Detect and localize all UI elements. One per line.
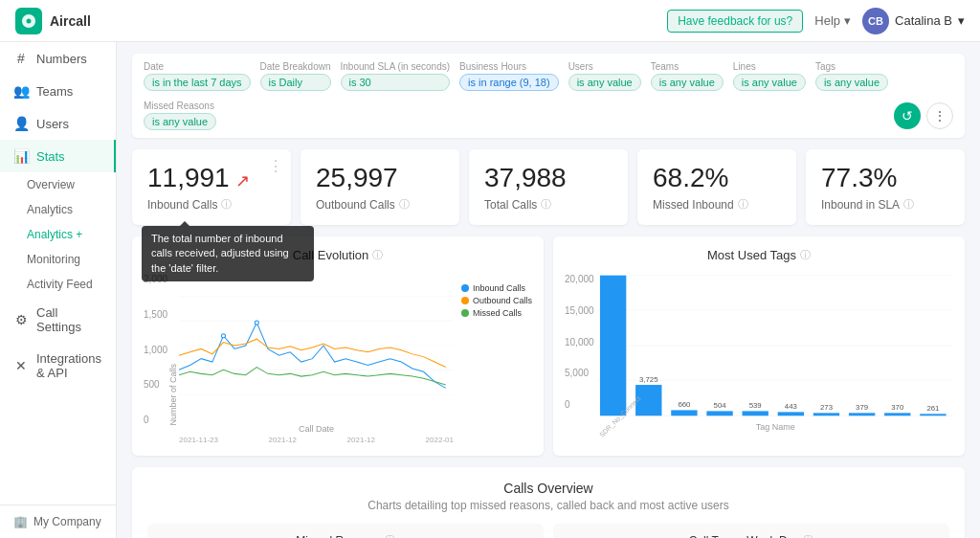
sidebar-sub-overview[interactable]: Overview [0, 172, 116, 197]
info-icon[interactable]: ⓘ [385, 533, 395, 538]
filter-lines-value[interactable]: is any value [733, 74, 806, 91]
sidebar-item-users[interactable]: 👤 Users [0, 107, 116, 140]
svg-point-0 [27, 18, 32, 23]
sidebar-sub-analytics-plus[interactable]: Analytics + [0, 222, 116, 247]
main-content: Date is in the last 7 days Date Breakdow… [117, 42, 980, 538]
filter-date-label: Date [144, 61, 251, 72]
sidebar-item-integrations[interactable]: ✕ Integrations & API [0, 343, 116, 389]
sidebar-item-teams[interactable]: 👥 Teams [0, 75, 116, 107]
sidebar-label-company: My Company [33, 515, 101, 528]
filter-missed: Missed Reasons is any value [144, 101, 216, 130]
stat-value-total: 37,988 [484, 163, 612, 193]
call-evolution-svg [179, 274, 454, 417]
tags-chart-area: 20,000 15,000 10,000 5,000 0 [553, 266, 965, 452]
stat-value-inbound: 11,991 [147, 163, 230, 193]
call-type-title: Call Type - Week Day ⓘ [563, 533, 940, 538]
svg-rect-21 [742, 411, 768, 415]
tags-plot-area: 17,049 3,725 660 504 539 [598, 274, 953, 440]
svg-text:443: 443 [784, 402, 796, 411]
calls-overview-title: Calls Overview [147, 481, 949, 496]
filter-hours-value[interactable]: is in range (9, 18) [459, 74, 559, 91]
filter-tags-value[interactable]: is any value [815, 74, 888, 91]
filter-missed-label: Missed Reasons [144, 101, 216, 111]
filter-breakdown-value[interactable]: is Daily [260, 74, 331, 91]
y-axis-title: Number of Calls [168, 364, 178, 426]
filter-teams: Teams is any value [651, 61, 724, 91]
feedback-button[interactable]: Have feedback for us? [667, 10, 803, 33]
svg-rect-29 [884, 413, 910, 415]
filter-hours-label: Business Hours [459, 61, 559, 72]
users-icon: 👤 [13, 116, 29, 131]
info-icon[interactable]: ⓘ [399, 197, 410, 212]
missed-reasons-title: Missed Reasons ⓘ [157, 533, 534, 538]
filter-missed-value[interactable]: is any value [144, 113, 216, 130]
legend-dot-outbound [461, 297, 469, 304]
stat-label-missed: Missed Inbound ⓘ [653, 197, 781, 212]
bottom-charts: Missed Reasons ⓘ 3,000 1,500 0 2,762 [147, 524, 949, 538]
refresh-button[interactable]: ↺ [894, 102, 921, 129]
filter-bar: Date is in the last 7 days Date Breakdow… [132, 54, 965, 138]
info-icon[interactable]: ⓘ [372, 248, 383, 262]
filter-teams-value[interactable]: is any value [651, 74, 724, 91]
svg-rect-31 [920, 414, 946, 415]
sidebar-sub-label-analytics-plus: Analytics + [27, 228, 82, 241]
inbound-tooltip: The total number of inbound calls receiv… [142, 226, 314, 281]
filter-lines: Lines is any value [733, 61, 806, 91]
topbar: Aircall Have feedback for us? Help ▾ CB … [0, 0, 980, 42]
sidebar-footer-company[interactable]: 🏢 My Company [0, 504, 116, 538]
sidebar-sub-analytics[interactable]: Analytics [0, 197, 116, 222]
stat-label-inbound: Inbound Calls ⓘ [147, 197, 276, 212]
info-icon[interactable]: ⓘ [738, 197, 748, 212]
teams-icon: 👥 [13, 83, 29, 99]
calls-overview-section: Calls Overview Charts detailing top miss… [132, 467, 965, 538]
stat-value-sla: 77.3% [821, 163, 949, 193]
sidebar-item-call-settings[interactable]: ⚙ Call Settings [0, 297, 116, 343]
filter-users-value[interactable]: is any value [568, 74, 641, 91]
call-evolution-area: 2,000 1,500 1,000 500 0 Number of Calls [132, 266, 544, 456]
legend-missed: Missed Calls [461, 308, 532, 318]
x-axis-title: Call Date [179, 424, 454, 434]
info-icon[interactable]: ⓘ [541, 197, 551, 212]
filter-sla-label: Inbound SLA (in seconds) [341, 61, 451, 72]
svg-text:379: 379 [856, 403, 868, 412]
calls-overview-subtitle: Charts detailing top missed reasons, cal… [147, 499, 949, 512]
settings-icon: ⚙ [13, 312, 29, 327]
svg-rect-19 [706, 411, 732, 415]
stat-label-total: Total Calls ⓘ [484, 197, 612, 212]
user-menu[interactable]: CB Catalina B ▾ [862, 8, 965, 34]
sidebar-label-users: Users [36, 117, 69, 131]
svg-text:660: 660 [678, 401, 691, 410]
main-layout: # Numbers 👥 Teams 👤 Users 📊 Stats Overvi… [0, 42, 980, 538]
stat-more-icon[interactable]: ⋮ [268, 157, 283, 175]
sidebar-sub-monitoring[interactable]: Monitoring [0, 247, 116, 272]
stat-card-total: 37,988 Total Calls ⓘ [469, 149, 628, 225]
info-icon[interactable]: ⓘ [221, 197, 232, 212]
svg-point-6 [255, 321, 258, 325]
filter-sla-value[interactable]: is 30 [341, 74, 451, 91]
tags-chart-svg: 17,049 3,725 660 504 539 [598, 274, 953, 417]
app-logo [15, 8, 42, 34]
topbar-right: Have feedback for us? Help ▾ CB Catalina… [667, 8, 965, 34]
more-options-button[interactable]: ⋮ [926, 102, 953, 129]
most-used-tags-title: Most Used Tags ⓘ [553, 236, 965, 266]
help-button[interactable]: Help ▾ [814, 13, 851, 28]
sidebar-item-numbers[interactable]: # Numbers [0, 42, 116, 75]
filter-hours: Business Hours is in range (9, 18) [459, 61, 559, 91]
most-used-tags-card: Most Used Tags ⓘ 20,000 15,000 10,000 5,… [553, 236, 965, 456]
tags-y-labels: 20,000 15,000 10,000 5,000 0 [565, 274, 594, 440]
sidebar-sub-label-activity: Activity Feed [27, 278, 93, 291]
info-icon[interactable]: ⓘ [803, 533, 813, 538]
legend-dot-inbound [461, 284, 469, 292]
info-icon[interactable]: ⓘ [800, 248, 811, 262]
trend-arrow-icon: ↗ [235, 170, 250, 191]
filter-users: Users is any value [568, 61, 641, 91]
filter-actions: ↺ ⋮ [894, 102, 953, 129]
filter-teams-label: Teams [651, 61, 724, 72]
svg-point-7 [221, 334, 225, 338]
call-evolution-legend: Inbound Calls Outbound Calls Missed Call… [461, 274, 532, 444]
sidebar-item-stats[interactable]: 📊 Stats [0, 140, 116, 172]
info-icon[interactable]: ⓘ [903, 197, 914, 212]
x-axis-labels: 2021-11-23 2021-12 2021-12 2022-01 [179, 436, 454, 444]
sidebar-sub-activity-feed[interactable]: Activity Feed [0, 272, 116, 297]
filter-date-value[interactable]: is in the last 7 days [144, 74, 251, 91]
